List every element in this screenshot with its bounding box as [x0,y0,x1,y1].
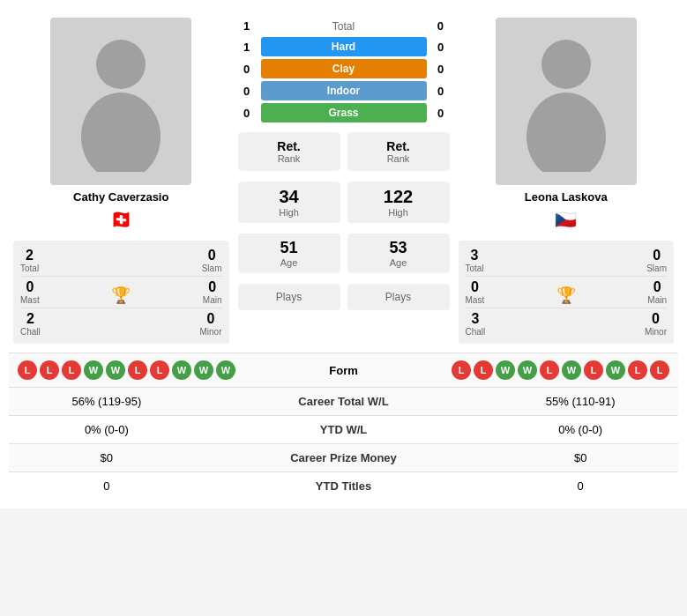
right-high-value: 122 [360,187,437,207]
left-trophy-icon: 🏆 [111,286,131,305]
right-slam-stat: 0 Slam [646,248,667,273]
right-flag: 🇨🇿 [555,209,577,230]
right-mast-stat: 0 Mast [466,279,485,305]
stat-label: YTD W/L [205,416,483,444]
form-badge-w: W [106,360,125,380]
form-label: Form [273,364,414,377]
stat-right: 55% (110-91) [482,388,678,416]
left-total-stat: 2 Total [20,248,39,273]
player-comparison: Cathy Caverzasio 🇨🇭 2 Total 0 Slam [9,9,678,353]
right-row3: 3 Chall 0 Minor [466,311,668,337]
left-row1: 2 Total 0 Slam [20,248,222,273]
center-left-detail: Ret. Rank 34 High 51 Age Plays [238,129,340,314]
form-badge-l: L [150,360,169,380]
grass-row: 0 Grass 0 [238,103,450,122]
right-clay: 0 [432,63,450,76]
clay-row: 0 Clay 0 [238,59,450,78]
left-row2: 0 Mast 🏆 0 Main [20,279,222,305]
main-container: Cathy Caverzasio 🇨🇭 2 Total 0 Slam [0,0,687,508]
form-badge-l: L [62,360,81,380]
right-plays-box: Plays [347,284,450,310]
right-rank-value: Ret. [360,139,437,153]
stat-right: $0 [482,444,678,472]
stat-row: 56% (119-95) Career Total W/L 55% (110-9… [9,388,678,416]
right-hard: 0 [432,41,450,54]
right-total-stat: 3 Total [466,248,484,273]
form-badge-l: L [128,360,147,380]
right-rank-label: Rank [360,153,437,164]
left-age-box: 51 Age [238,234,340,273]
left-main-stat: 0 Main [203,279,222,305]
form-badge-l: L [474,360,493,380]
form-badge-w: W [216,360,235,380]
right-age-value: 53 [360,239,437,257]
form-badge-l: L [452,360,471,380]
right-chall-stat: 3 Chall [466,311,486,337]
left-indoor: 0 [238,85,256,98]
left-stats-box: 2 Total 0 Slam 0 Mast 🏆 [13,241,229,344]
right-avatar [496,18,637,185]
form-badge-w: W [518,360,537,380]
form-badge-w: W [496,360,515,380]
right-age-label: Age [360,257,437,268]
right-plays-label: Plays [360,291,437,303]
indoor-row: 0 Indoor 0 [238,81,450,100]
stat-row: 0% (0-0) YTD W/L 0% (0-0) [9,416,678,444]
clay-button[interactable]: Clay [261,59,427,78]
right-rank-box: Ret. Rank [347,132,450,171]
left-high-box: 34 High [238,182,340,223]
svg-point-3 [526,93,606,172]
left-hard: 1 [238,41,256,54]
left-avatar [50,18,191,185]
center-detail-cols: Ret. Rank 34 High 51 Age Plays [238,129,450,314]
right-trophy-icon: 🏆 [556,286,576,305]
stat-right: 0 [482,472,678,501]
right-row1: 3 Total 0 Slam [466,248,668,273]
left-rank-box: Ret. Rank [238,132,340,171]
left-grass: 0 [238,107,256,120]
right-age-box: 53 Age [347,234,450,273]
hard-row: 1 Hard 0 [238,37,450,56]
right-high-box: 122 High [347,182,450,223]
left-high-value: 34 [250,187,328,207]
left-row3: 2 Chall 0 Minor [20,311,222,337]
left-plays-box: Plays [238,284,340,310]
right-total-court: 0 [431,19,449,33]
right-row2: 0 Mast 🏆 0 Main [466,279,668,305]
total-label: Total [332,20,355,33]
stat-left: 0 [9,472,205,501]
hard-button[interactable]: Hard [261,37,427,56]
right-indoor: 0 [432,85,450,98]
form-badge-l: L [584,360,603,380]
form-badge-w: W [562,360,581,380]
stat-row: 0 YTD Titles 0 [9,472,678,501]
form-badge-w: W [194,360,213,380]
left-plays-label: Plays [250,291,328,303]
indoor-button[interactable]: Indoor [261,81,427,100]
right-grass: 0 [432,107,450,120]
left-age-value: 51 [250,239,328,257]
left-mast-stat: 0 Mast [20,279,40,305]
center-right-detail: Ret. Rank 122 High 53 Age Plays [347,129,450,314]
left-total-court: 1 [238,19,256,33]
left-high-label: High [250,207,328,218]
grass-button[interactable]: Grass [261,103,427,122]
left-minor-stat: 0 Minor [199,311,221,337]
right-player-name: Leona Laskova [525,190,608,204]
right-stats-box: 3 Total 0 Slam 0 Mast 🏆 [459,241,675,344]
form-badge-w: W [84,360,103,380]
stat-label: Career Total W/L [205,388,483,416]
svg-point-2 [541,40,591,89]
stat-label: YTD Titles [205,472,483,501]
stat-right: 0% (0-0) [482,416,678,444]
left-clay: 0 [238,63,256,76]
svg-point-0 [96,40,146,89]
right-main-stat: 0 Main [647,279,667,305]
left-form: LLLWWLLWWW [18,360,273,380]
form-badge-l: L [18,360,37,380]
left-rank-value: Ret. [250,139,328,153]
stat-left: 56% (119-95) [9,388,205,416]
form-badge-l: L [628,360,647,380]
form-badge-l: L [40,360,59,380]
svg-point-1 [81,93,161,172]
